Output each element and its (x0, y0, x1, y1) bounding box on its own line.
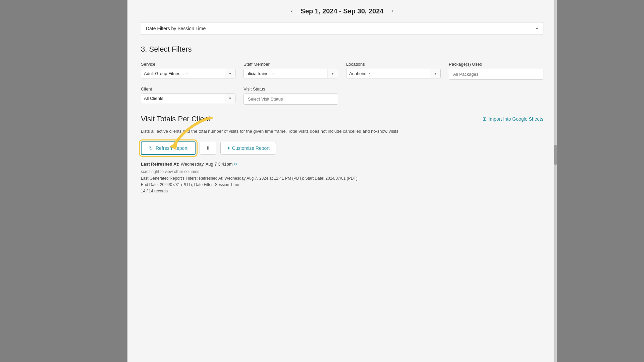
filter-info: Last Generated Report's Filters: Refresh… (141, 175, 543, 195)
import-grid-icon: ⊞ (482, 116, 487, 122)
staff-label: Staff Member (244, 62, 338, 67)
scrollbar[interactable] (554, 0, 557, 362)
import-google-sheets-link[interactable]: ⊞ Import Into Google Sheets (482, 116, 543, 122)
locations-filter-group: Locations Anaheim × ▼ (346, 62, 441, 80)
report-header: Visit Totals Per Client ⊞ Import Into Go… (141, 115, 543, 123)
service-value: Adult Group Fitnes... (144, 71, 184, 76)
buttons-row: ↻ Refresh Report ⬇ ✦ Customize Report (141, 141, 543, 155)
next-date-button[interactable]: › (389, 7, 396, 15)
refresh-label: Refresh Report (156, 145, 187, 151)
section3-title: 3. Select Filters (141, 45, 543, 54)
last-refreshed-value: Wednesday, Aug 7 3:41pm (181, 162, 233, 167)
report-title: Visit Totals Per Client (141, 115, 210, 123)
download-button[interactable]: ⬇ (200, 142, 216, 155)
locations-dropdown-arrow[interactable]: ▼ (430, 69, 440, 78)
refresh-report-button[interactable]: ↻ Refresh Report (141, 141, 196, 155)
last-refreshed: Last Refreshed At: Wednesday, Aug 7 3:41… (141, 162, 543, 167)
import-label: Import Into Google Sheets (489, 116, 543, 122)
filters-row1: Service Adult Group Fitnes... × ▼ Staff … (141, 62, 543, 80)
client-value: All Clients (144, 96, 163, 101)
prev-date-button[interactable]: ‹ (288, 7, 295, 15)
locations-tag: Anaheim × (346, 69, 430, 78)
service-tag: Adult Group Fitnes... × (141, 69, 225, 78)
staff-select[interactable]: alicia trainer × ▼ (244, 69, 338, 78)
session-filter-dropdown-wrapper: Date Filters by Session Time (141, 22, 543, 35)
service-filter-group: Service Adult Group Fitnes... × ▼ (141, 62, 235, 80)
report-section: Visit Totals Per Client ⊞ Import Into Go… (141, 115, 543, 194)
session-filter-row: Date Filters by Session Time (141, 22, 543, 35)
client-tag: All Clients (141, 94, 225, 103)
staff-value: alicia trainer (247, 71, 270, 76)
staff-dropdown-arrow[interactable]: ▼ (327, 69, 338, 78)
service-remove-btn[interactable]: × (186, 72, 188, 75)
client-label: Client (141, 86, 235, 92)
refresh-icon: ↻ (149, 145, 153, 151)
packages-filter-group: Package(s) Used (449, 62, 543, 80)
client-dropdown-arrow[interactable]: ▼ (225, 94, 235, 103)
client-select[interactable]: All Clients ▼ (141, 94, 235, 103)
last-refreshed-label: Last Refreshed At: (141, 162, 179, 167)
service-dropdown-arrow[interactable]: ▼ (225, 69, 235, 78)
filter-info-line1: Last Generated Report's Filters: Refresh… (141, 175, 543, 182)
filters-row2: Client All Clients ▼ Visit Status (141, 86, 543, 105)
service-label: Service (141, 62, 235, 67)
visit-status-input[interactable] (244, 94, 338, 105)
scrollbar-thumb[interactable] (554, 145, 557, 165)
locations-remove-btn[interactable]: × (368, 72, 370, 75)
locations-value: Anaheim (349, 71, 366, 76)
refresh-small-icon: ↻ (234, 162, 237, 167)
session-filter-dropdown[interactable]: Date Filters by Session Time (141, 22, 543, 35)
main-content: ‹ Sep 1, 2024 - Sep 30, 2024 › Date Filt… (127, 0, 557, 362)
date-range-header: ‹ Sep 1, 2024 - Sep 30, 2024 › (141, 0, 543, 22)
customize-report-button[interactable]: ✦ Customize Report (220, 142, 276, 155)
locations-label: Locations (346, 62, 441, 67)
date-range-title: Sep 1, 2024 - Sep 30, 2024 (301, 7, 384, 15)
report-description: Lists all active clients and the total n… (141, 128, 543, 135)
packages-input[interactable] (449, 69, 543, 80)
filter-info-line2: End Date: 2024/07/31 (PDT); Date Filter:… (141, 182, 543, 188)
visit-status-label: Visit Status (244, 86, 338, 92)
scroll-hint: scroll right to view other columns (141, 169, 543, 174)
customize-label: ✦ Customize Report (227, 145, 270, 151)
records-count: 14 / 14 records (141, 188, 543, 194)
staff-tag: alicia trainer × (244, 69, 327, 78)
download-icon: ⬇ (206, 145, 210, 151)
staff-remove-btn[interactable]: × (272, 72, 274, 75)
page-wrapper: ‹ Sep 1, 2024 - Sep 30, 2024 › Date Filt… (0, 0, 644, 362)
visit-status-filter-group: Visit Status (244, 86, 338, 105)
packages-label: Package(s) Used (449, 62, 543, 67)
staff-filter-group: Staff Member alicia trainer × ▼ (244, 62, 338, 80)
service-select[interactable]: Adult Group Fitnes... × ▼ (141, 69, 235, 78)
client-filter-group: Client All Clients ▼ (141, 86, 235, 105)
locations-select[interactable]: Anaheim × ▼ (346, 69, 441, 78)
